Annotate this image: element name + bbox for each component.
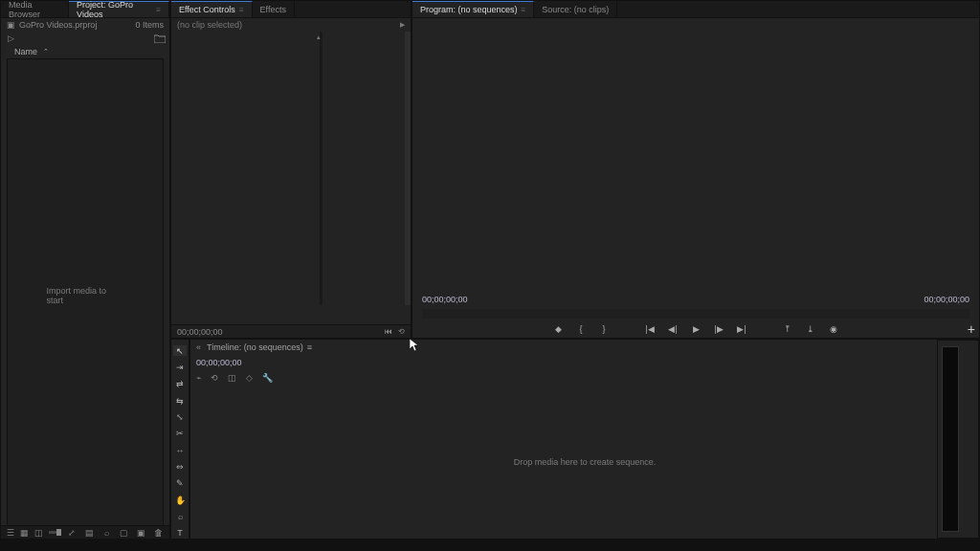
ec-splitter[interactable] [320, 32, 323, 305]
playhead-marker-icon: ▶ [400, 21, 405, 29]
snap-toggle[interactable]: ⌁ [196, 373, 201, 383]
new-item-button[interactable]: ▣ [135, 528, 146, 538]
timeline-prev-icon[interactable]: « [196, 342, 201, 352]
effect-controls-subheader: (no clip selected) ▶ [171, 18, 411, 32]
tab-effects[interactable]: Effects [253, 1, 295, 17]
timeline-header: « Timeline: (no sequences) ≡ [190, 340, 979, 355]
project-path-row: ▣ GoPro Videos.prproj 0 Items [1, 18, 169, 32]
ec-scrollbar[interactable] [405, 32, 411, 305]
tab-project[interactable]: Project: GoPro Videos ≡ [69, 1, 169, 17]
tab-menu-icon[interactable]: ≡ [522, 6, 526, 14]
project-column-header[interactable]: Name ⌃ [1, 45, 169, 58]
linked-selection-toggle[interactable]: ⟲ [211, 373, 218, 383]
tab-source[interactable]: Source: (no clips) [534, 1, 617, 17]
play-toggle-button[interactable]: ▶ [689, 322, 702, 336]
tab-menu-icon[interactable]: ≡ [156, 6, 161, 14]
tab-label: Media Browser [9, 0, 60, 19]
clear-button[interactable]: 🗑 [152, 528, 164, 538]
bin-collapse-icon[interactable]: ▷ [5, 33, 16, 43]
zoom-slider-thumb[interactable] [56, 529, 61, 536]
go-to-out-button[interactable]: ▶| [735, 322, 748, 336]
audio-meters-panel [937, 340, 979, 539]
bin-folder-icon[interactable] [154, 33, 166, 43]
mark-out-button[interactable]: } [597, 322, 611, 336]
find-button[interactable]: ⌕ [100, 528, 112, 538]
timeline-wrench-icon[interactable]: 🔧 [262, 373, 273, 383]
program-time-row: 00;00;00;00 00;00;00;00 [412, 292, 979, 307]
track-select-forward-tool[interactable]: ⇥ [173, 362, 187, 372]
lift-button[interactable]: ⤒ [781, 322, 794, 336]
timeline-drop-area[interactable]: Drop media here to create sequence. [190, 386, 979, 539]
tab-label: Project: GoPro Videos [77, 0, 152, 19]
rolling-edit-tool[interactable]: ⇆ [173, 395, 187, 406]
program-controls: ◆ { } |◀ ◀| ▶ |▶ ▶| ⤒ ⤓ ◉ + [412, 320, 979, 338]
ripple-edit-tool[interactable]: ⇄ [173, 379, 187, 389]
effect-controls-tabbar: Effect Controls ≡ Effects [171, 1, 411, 18]
rate-stretch-tool[interactable]: ⤡ [173, 411, 187, 422]
slip-tool[interactable]: ↔ [173, 445, 187, 455]
project-body[interactable]: Import media to start [7, 58, 164, 533]
tab-label: Timeline: (no sequences) [207, 342, 303, 352]
timeline-timecode[interactable]: 00;00;00;00 [190, 355, 979, 370]
razor-tool[interactable]: ✂ [173, 429, 187, 439]
sort-icons-button[interactable]: ⤢ [66, 528, 78, 538]
new-bin-button[interactable]: ▢ [118, 528, 129, 538]
program-timecode-left[interactable]: 00;00;00;00 [422, 295, 468, 304]
tab-label: Effects [260, 5, 286, 14]
step-back-button[interactable]: ◀| [666, 322, 679, 336]
extract-button[interactable]: ⤓ [804, 322, 817, 336]
column-name-label: Name [14, 47, 37, 56]
slide-tool[interactable]: ⇔ [173, 461, 187, 472]
timeline-display-settings[interactable]: ◇ [246, 373, 253, 383]
tab-program[interactable]: Program: (no sequences) ≡ [412, 1, 534, 17]
program-video-area[interactable] [412, 18, 979, 292]
timeline-empty-message: Drop media here to create sequence. [514, 457, 657, 467]
tab-timeline[interactable]: Timeline: (no sequences) ≡ [207, 342, 312, 352]
project-item-count: 0 Items [135, 20, 164, 30]
list-view-button[interactable]: ☰ [7, 528, 14, 538]
export-frame-button[interactable]: ◉ [827, 322, 840, 336]
ec-playhead-icon: ▴ [317, 33, 321, 41]
tab-media-browser[interactable]: Media Browser [1, 1, 69, 17]
tab-label: Effect Controls [179, 5, 235, 14]
type-tool[interactable]: T [173, 528, 187, 539]
sort-caret-icon: ⌃ [43, 48, 49, 55]
icon-view-button[interactable]: ▦ [20, 528, 29, 538]
pen-tool[interactable]: ✎ [173, 478, 187, 489]
step-forward-button[interactable]: |▶ [712, 322, 725, 336]
zoom-to-sequence-icon[interactable]: ⏮ [385, 327, 392, 336]
project-tabbar: Media Browser Project: GoPro Videos ≡ [1, 1, 169, 18]
project-filename: GoPro Videos.prproj [19, 20, 97, 30]
timeline-timecode-value: 00;00;00;00 [196, 358, 242, 367]
zoom-slider[interactable] [49, 531, 60, 534]
tab-label: Source: (no clips) [542, 5, 609, 14]
project-bottom-toolbar: ☰ ▦ ◫ ⤢ ▤ ⌕ ▢ ▣ 🗑 [1, 525, 169, 539]
selection-tool[interactable]: ↖ [173, 345, 187, 356]
project-file-icon: ▣ [7, 20, 15, 30]
timeline-body[interactable]: Drop media here to create sequence. [190, 386, 979, 539]
effect-controls-footer: 00;00;00;00 ⏮ ⟲ [171, 324, 411, 338]
project-empty-message: Import media to start [47, 286, 124, 305]
program-ruler[interactable] [422, 309, 969, 319]
add-marker-button[interactable]: ◆ [551, 322, 565, 336]
tab-menu-icon[interactable]: ≡ [239, 6, 244, 14]
project-panel: Media Browser Project: GoPro Videos ≡ ▣ … [0, 0, 170, 540]
effect-controls-body: ▴ [171, 32, 411, 324]
button-editor-icon[interactable]: + [968, 321, 975, 337]
freeform-view-button[interactable]: ◫ [34, 528, 43, 538]
tab-menu-icon[interactable]: ≡ [307, 342, 312, 352]
go-to-in-button[interactable]: |◀ [643, 322, 657, 336]
loop-playback-icon[interactable]: ⟲ [398, 327, 405, 336]
tab-effect-controls[interactable]: Effect Controls ≡ [171, 1, 253, 17]
hand-tool[interactable]: ✋ [173, 495, 187, 505]
audio-meter[interactable] [942, 346, 959, 532]
mark-in-button[interactable]: { [574, 322, 588, 336]
status-indicator-icon[interactable] [4, 540, 13, 550]
timeline-panel: « Timeline: (no sequences) ≡ 00;00;00;00… [189, 339, 980, 540]
timeline-tools: ↖ ⇥ ⇄ ⇆ ⤡ ✂ ↔ ⇔ ✎ ✋ ⌕ T [170, 339, 189, 540]
zoom-tool[interactable]: ⌕ [173, 511, 187, 521]
ec-timecode[interactable]: 00;00;00;00 [177, 327, 223, 337]
add-marker-toggle[interactable]: ◫ [228, 373, 236, 383]
automate-sequence-button[interactable]: ▤ [83, 528, 95, 538]
program-timecode-right[interactable]: 00;00;00;00 [924, 295, 969, 304]
